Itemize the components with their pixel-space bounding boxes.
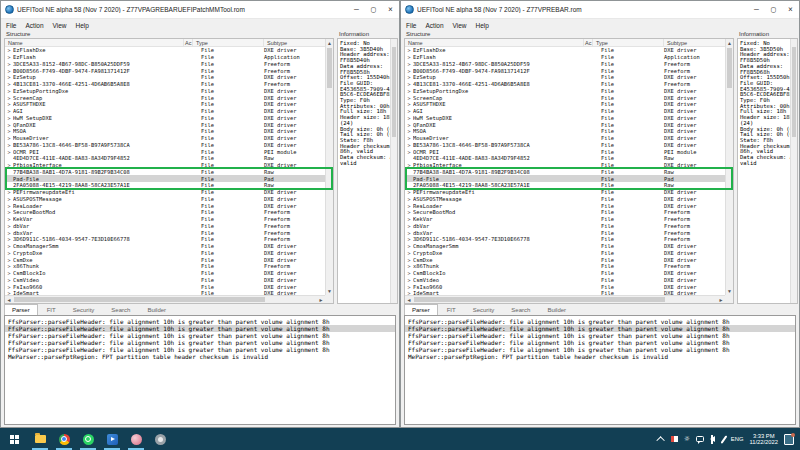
tree-row[interactable]: >BE53A786-13C8-4646-BF58-B97A9F5738CAFil… (5, 142, 325, 149)
tray-pen-icon[interactable] (723, 428, 725, 450)
maximize-button[interactable]: ▢ (765, 1, 782, 18)
tree-row[interactable]: >EzSetupPortingDxeFileDXE driver (405, 88, 725, 95)
tree-row[interactable]: >PEFirmwareupdateEfiFileDXE driver (5, 189, 325, 196)
tree-row[interactable]: >PfbiosInterfaceFileDXE driver (5, 162, 325, 169)
scroll-down-icon[interactable]: ▼ (326, 287, 333, 295)
expand-chevron-icon[interactable]: > (5, 54, 13, 60)
tree-row[interactable]: >SecureBootModFileFreeform (5, 209, 325, 216)
tree-row[interactable]: >dbxVarFileFreeform (405, 229, 725, 236)
expand-chevron-icon[interactable]: > (5, 101, 13, 107)
tab-parser[interactable]: Parser (404, 304, 438, 315)
expand-chevron-icon[interactable]: > (405, 142, 413, 148)
expand-chevron-icon[interactable]: > (5, 81, 13, 87)
tree-row[interactable]: >CsmDxeFileDXE driver (405, 256, 725, 263)
tree-row[interactable]: >CryptoDxeFileDXE driver (405, 250, 725, 257)
tree-row[interactable]: >PEFirmwareupdateEfiFileDXE driver (405, 189, 725, 196)
tree-row[interactable]: >CsmDxeFileDXE driver (5, 256, 325, 263)
parser-message[interactable]: MeParser::parseFptRegion: FPT partition … (5, 353, 395, 360)
tree-row[interactable]: >3D6D911C-5186-4034-9547-7E3D10E66778Fil… (405, 236, 725, 243)
tree-row[interactable]: >MouseDriverFileDXE driver (5, 135, 325, 142)
whatsapp-taskbar-icon[interactable] (76, 428, 100, 450)
scroll-down-icon[interactable]: ▼ (726, 287, 733, 295)
expand-chevron-icon[interactable]: > (5, 128, 13, 134)
tree-row[interactable]: >AGIFileDXE driver (5, 108, 325, 115)
tab-fit[interactable]: FIT (39, 304, 64, 315)
tree-vertical-scrollbar[interactable]: ▲ ▼ (725, 39, 733, 295)
tree-row[interactable]: >ScreenCapFileDXE driver (5, 94, 325, 101)
expand-chevron-icon[interactable]: > (5, 108, 13, 114)
column-header-name[interactable]: Name (405, 39, 584, 46)
expand-chevron-icon[interactable]: > (405, 196, 413, 202)
expand-chevron-icon[interactable]: > (5, 47, 13, 53)
tree-row[interactable]: >EzFlashDxeFileDXE driver (5, 47, 325, 54)
expand-chevron-icon[interactable]: > (5, 243, 13, 249)
tree-row[interactable]: >EzFlashFileApplication (405, 54, 725, 61)
scroll-right-icon[interactable]: ► (317, 296, 325, 303)
parser-message[interactable]: FfsParser::parseFileHeader: file alignme… (5, 339, 395, 346)
tree-row[interactable]: >QFanDXEFileDXE driver (405, 121, 725, 128)
scroll-left-icon[interactable]: ◄ (5, 296, 13, 303)
tree-row[interactable]: >ASUSFTHDXEFileDXE driver (405, 101, 725, 108)
expand-chevron-icon[interactable]: > (405, 128, 413, 134)
tree-row[interactable]: >x86ThunkFileFreeform (5, 263, 325, 270)
tree-row[interactable]: >CryptoDxeFileDXE driver (5, 250, 325, 257)
tree-row[interactable]: >ASUSPOSTMessageFileDXE driver (5, 196, 325, 203)
tree-row[interactable]: >EzFlashFileApplication (5, 54, 325, 61)
minimize-button[interactable]: – (748, 1, 765, 18)
tree-row[interactable]: >HwM_SetupDXEFileDXE driver (5, 115, 325, 122)
tab-security[interactable]: Security (465, 304, 503, 315)
expand-chevron-icon[interactable]: > (5, 257, 13, 263)
expand-chevron-icon[interactable]: > (5, 122, 13, 128)
expand-chevron-icon[interactable]: > (5, 74, 13, 80)
parser-message[interactable]: FfsParser::parseFileHeader: file alignme… (5, 325, 395, 332)
tree-row[interactable]: >4B13CE81-3370-466E-4251-4D6AB6B5A8E8Fil… (5, 81, 325, 88)
blue-app-taskbar-icon[interactable] (100, 428, 124, 450)
menu-file[interactable]: File (6, 22, 16, 29)
expand-chevron-icon[interactable]: > (405, 257, 413, 263)
expand-chevron-icon[interactable]: > (405, 230, 413, 236)
tray-expand-button[interactable] (659, 428, 665, 450)
titlebar[interactable]: UEFITool NE alpha 58 (Nov 7 2020) - Z77V… (401, 1, 799, 19)
tree-row[interactable]: >dbVarFileFreeform (5, 223, 325, 230)
expand-chevron-icon[interactable]: > (405, 216, 413, 222)
expand-chevron-icon[interactable]: > (405, 284, 413, 290)
parser-message[interactable]: FfsParser::parseFileHeader: file alignme… (5, 332, 395, 339)
tree-horizontal-scrollbar[interactable]: ◄ ► (405, 295, 725, 303)
tray-sun-icon[interactable]: ☼ (684, 428, 690, 450)
tree-row[interactable]: 2FA05088-4E15-4219-8AA8-58CA23E57A1EFile… (405, 182, 725, 189)
expand-chevron-icon[interactable]: > (5, 162, 13, 168)
tray-chat-icon[interactable] (696, 428, 704, 450)
tab-security[interactable]: Security (65, 304, 103, 315)
tree-row[interactable]: >MSOAFileDXE driver (5, 128, 325, 135)
tab-builder[interactable]: Builder (139, 304, 174, 315)
tree-row[interactable]: 77B4BA38-8AB1-4D7A-9181-89B2F9B34C08File… (5, 169, 325, 176)
scrollbar-thumb[interactable] (792, 47, 796, 137)
expand-chevron-icon[interactable]: > (5, 149, 13, 155)
tree-row[interactable]: >3D6D911C-5186-4034-9547-7E3D10E66778Fil… (5, 236, 325, 243)
tree-row[interactable]: >OCMR_PEIFilePEI module (405, 148, 725, 155)
expand-chevron-icon[interactable]: > (405, 263, 413, 269)
tree-row[interactable]: >B00D8566-F749-4DBF-9474-FA981371412FFil… (5, 67, 325, 74)
expand-chevron-icon[interactable]: > (405, 122, 413, 128)
tree-row[interactable]: 4ED4D7CE-411E-4ADE-8A83-8A34D79F4852File… (405, 155, 725, 162)
expand-chevron-icon[interactable]: > (5, 250, 13, 256)
scroll-right-icon[interactable]: ► (717, 296, 725, 303)
menu-action[interactable]: Action (425, 22, 443, 29)
column-header-subtype[interactable]: Subtype (664, 39, 725, 46)
tree-row[interactable]: 2FA05088-4E15-4219-8AA8-58CA23E57A1EFile… (5, 182, 325, 189)
chrome-taskbar-icon[interactable] (52, 428, 76, 450)
tree-row[interactable]: >EzSetupPortingDxeFileDXE driver (5, 88, 325, 95)
parser-message[interactable]: FfsParser::parseFileHeader: file alignme… (405, 325, 795, 332)
tree-row[interactable]: >ResLoaderFileDXE driver (405, 202, 725, 209)
tree-row[interactable]: >CsmVideoFileDXE driver (405, 277, 725, 284)
tree-row[interactable]: Pad-FileFilePad (5, 175, 325, 182)
menu-view[interactable]: View (453, 22, 467, 29)
tree-row[interactable]: >EzSetupFileDXE driver (405, 74, 725, 81)
expand-chevron-icon[interactable]: > (5, 189, 13, 195)
close-button[interactable]: × (782, 1, 799, 18)
tree-row[interactable]: >MSOAFileDXE driver (405, 128, 725, 135)
maximize-button[interactable]: ▢ (365, 1, 382, 18)
expand-chevron-icon[interactable]: > (5, 230, 13, 236)
expand-chevron-icon[interactable]: > (5, 270, 13, 276)
menu-file[interactable]: File (406, 22, 416, 29)
